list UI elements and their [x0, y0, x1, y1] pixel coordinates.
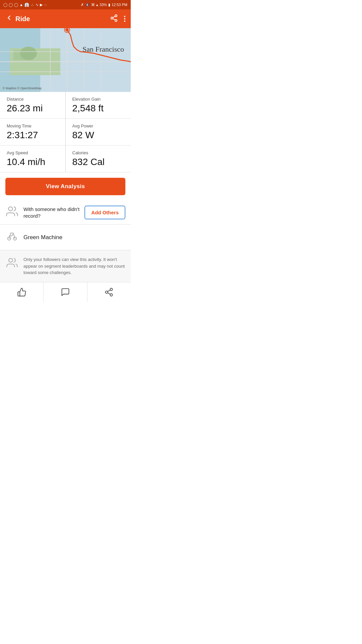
stat-elevation-label: Elevation Gain — [72, 97, 124, 102]
stat-calories: Calories 832 Cal — [66, 146, 131, 172]
dot-1 — [124, 16, 125, 17]
privacy-text: Only your followers can view this activi… — [23, 256, 125, 276]
kudos-button[interactable] — [0, 282, 44, 302]
stats-row-3: Avg Speed 10.4 mi/h Calories 832 Cal — [0, 146, 131, 172]
bluetooth-icon: ✗ — [81, 3, 84, 7]
battery-percent: 33% — [100, 3, 107, 7]
map-city-label: San Francisco — [82, 45, 124, 54]
stat-avg-speed: Avg Speed 10.4 mi/h — [0, 146, 66, 172]
group-icon — [5, 205, 19, 220]
stat-moving-time-label: Moving Time — [7, 123, 59, 128]
fb-icon-3: ◯ — [14, 3, 18, 7]
bike-name: Green Machine — [23, 234, 62, 241]
add-others-button[interactable]: Add Others — [84, 206, 125, 219]
svg-line-26 — [108, 293, 110, 294]
stat-calories-value: 832 Cal — [72, 157, 124, 167]
stats-row-1: Distance 26.23 mi Elevation Gain 2,548 f… — [0, 92, 131, 119]
stat-avg-power-label: Avg Power — [72, 123, 124, 128]
svg-line-4 — [113, 16, 115, 17]
fb-icon-1: ◯ — [3, 3, 7, 7]
bike-row: Green Machine — [0, 225, 131, 250]
svg-line-3 — [113, 18, 115, 20]
privacy-icon — [5, 257, 19, 271]
status-icons-left: ◯ ◯ ◯ ▲ 👔 ⛬ ∿ ▶ ··· — [3, 3, 47, 7]
more-button[interactable] — [124, 16, 125, 22]
share-icon[interactable] — [110, 14, 118, 24]
svg-point-22 — [9, 258, 12, 262]
status-bar: ◯ ◯ ◯ ▲ 👔 ⛬ ∿ ▶ ··· ✗ 🔇 ⌘ ▴ 33% ▮ 12:53 … — [0, 0, 131, 9]
stats-row-2: Moving Time 2:31:27 Avg Power 82 W — [0, 119, 131, 146]
wifi-icon: ⌘ — [91, 3, 95, 7]
shield-icon: ⛬ — [31, 3, 34, 7]
privacy-row: Only your followers can view this activi… — [0, 250, 131, 282]
stats-section: Distance 26.23 mi Elevation Gain 2,548 f… — [0, 92, 131, 172]
view-analysis-button[interactable]: View Analysis — [5, 178, 125, 195]
bike-icon — [5, 231, 19, 244]
bottom-bar — [0, 282, 131, 302]
stat-elevation-value: 2,548 ft — [72, 103, 124, 114]
stat-distance-value: 26.23 mi — [7, 103, 59, 114]
stat-calories-label: Calories — [72, 150, 124, 155]
header-right — [110, 14, 125, 24]
stat-avg-speed-label: Avg Speed — [7, 150, 59, 155]
with-someone-row: With someone who didn't record? Add Othe… — [0, 201, 131, 225]
signal-icon: ▴ — [96, 3, 98, 7]
triangle-icon: ▲ — [19, 3, 23, 7]
battery-icon: ▮ — [108, 3, 110, 7]
back-button[interactable] — [5, 14, 13, 23]
stat-distance-label: Distance — [7, 97, 59, 102]
header: Ride — [0, 9, 131, 28]
share-activity-button[interactable] — [87, 282, 131, 302]
stat-moving-time: Moving Time 2:31:27 — [0, 119, 66, 145]
more-icon: ··· — [44, 3, 47, 7]
time: 12:53 PM — [112, 3, 127, 7]
stat-avg-power-value: 82 W — [72, 130, 124, 141]
status-icons-right: ✗ 🔇 ⌘ ▴ 33% ▮ 12:53 PM — [81, 3, 127, 7]
svg-point-17 — [65, 28, 69, 32]
stat-avg-power: Avg Power 82 W — [66, 119, 131, 145]
route-icon: ∿ — [36, 3, 39, 7]
map-credits: © Mapbox © OpenStreetMap — [3, 87, 42, 90]
header-left: Ride — [5, 14, 30, 23]
dot-3 — [124, 20, 125, 22]
with-someone-question: With someone who didn't record? — [23, 206, 80, 219]
stat-moving-time-value: 2:31:27 — [7, 130, 59, 141]
svg-point-9 — [20, 47, 37, 60]
svg-line-27 — [108, 290, 110, 292]
stat-elevation: Elevation Gain 2,548 ft — [66, 92, 131, 118]
fb-icon-2: ◯ — [9, 3, 13, 7]
mute-icon: 🔇 — [85, 3, 90, 7]
stat-distance: Distance 26.23 mi — [0, 92, 66, 118]
bag-icon: 👔 — [24, 3, 29, 7]
dot-2 — [124, 18, 125, 19]
comment-button[interactable] — [44, 282, 87, 302]
svg-point-19 — [9, 207, 13, 211]
map-view[interactable]: San Francisco © Mapbox © OpenStreetMap — [0, 28, 131, 92]
page-title: Ride — [15, 15, 30, 23]
stat-avg-speed-value: 10.4 mi/h — [7, 157, 59, 167]
nav-icon: ▶ — [40, 3, 43, 7]
